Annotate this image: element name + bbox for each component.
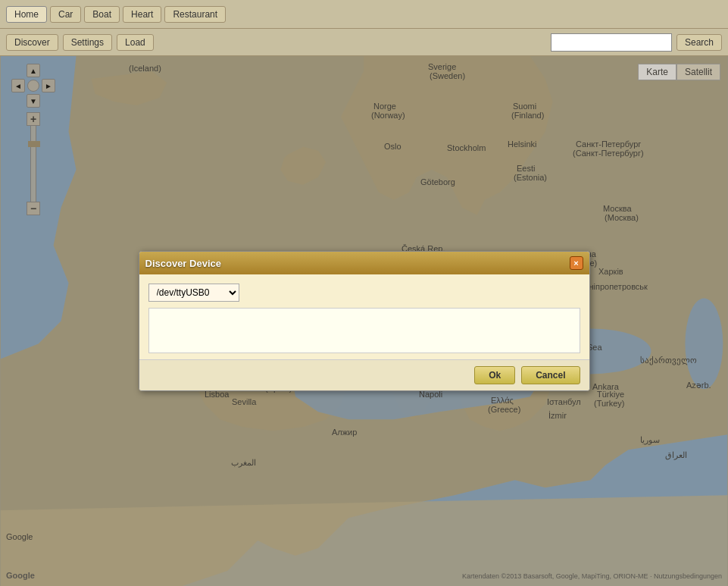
top-tab-bar: Home Car Boat Heart Restaurant [0, 0, 728, 29]
dialog-title: Discover Device [145, 258, 221, 269]
dialog-ok-button[interactable]: Ok [474, 366, 515, 384]
load-button[interactable]: Load [117, 34, 154, 51]
search-input[interactable] [551, 33, 672, 52]
dialog-overlay: Discover Device × /dev/ttyUSB0 Ok Cancel [0, 56, 728, 586]
tab-home[interactable]: Home [6, 6, 47, 23]
device-select[interactable]: /dev/ttyUSB0 [148, 284, 239, 302]
dialog-footer: Ok Cancel [139, 359, 589, 390]
dialog-titlebar: Discover Device × [139, 252, 589, 274]
device-select-row: /dev/ttyUSB0 [148, 284, 580, 302]
discover-button[interactable]: Discover [6, 34, 58, 51]
dialog-content-area [148, 308, 580, 353]
tab-heart[interactable]: Heart [123, 6, 161, 23]
dialog-close-button[interactable]: × [570, 256, 583, 270]
search-button[interactable]: Search [676, 34, 722, 51]
tab-restaurant[interactable]: Restaurant [164, 6, 226, 23]
dialog-body: /dev/ttyUSB0 [139, 274, 589, 359]
settings-button[interactable]: Settings [63, 34, 112, 51]
map-area[interactable]: (Iceland)Sverige(Sweden)Norge(Norway)Suo… [0, 56, 728, 586]
discover-device-dialog: Discover Device × /dev/ttyUSB0 Ok Cancel [139, 251, 590, 391]
tab-boat[interactable]: Boat [84, 6, 120, 23]
nav-bar: Discover Settings Load Search [0, 29, 728, 56]
dialog-cancel-button[interactable]: Cancel [521, 366, 580, 384]
tab-car[interactable]: Car [50, 6, 81, 23]
